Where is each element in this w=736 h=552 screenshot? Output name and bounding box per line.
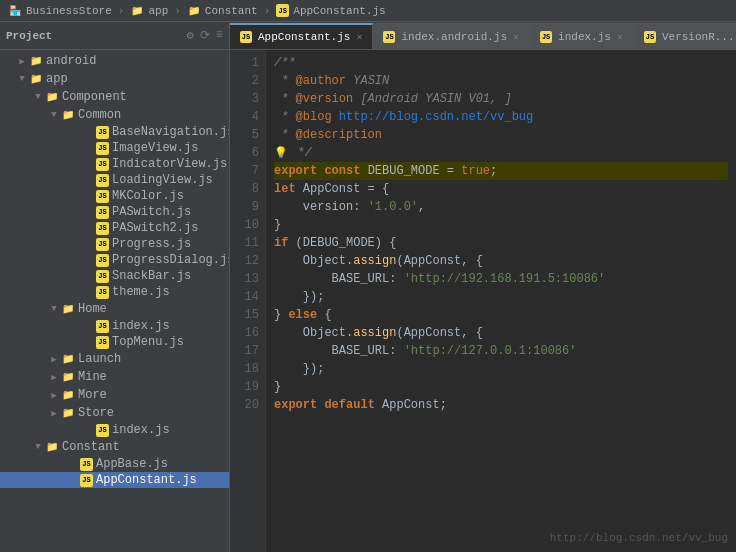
line-num-14: 14: [230, 288, 259, 306]
token-fn: assign: [353, 252, 396, 270]
line-num-1: 1: [230, 54, 259, 72]
token-kw: let: [274, 180, 296, 198]
line-num-16: 16: [230, 324, 259, 342]
js-icon-appconstant: JS: [80, 474, 93, 487]
tab-label-index: index.js: [558, 31, 611, 43]
sidebar-item-progressdialog[interactable]: JSProgressDialog.js: [0, 252, 229, 268]
tree-label-home: Home: [78, 302, 107, 316]
sidebar-item-component[interactable]: ▼📁Component: [0, 88, 229, 106]
constant-folder-icon: 📁: [187, 4, 201, 18]
tab-close-indexandroid[interactable]: ✕: [513, 31, 519, 43]
sidebar-item-more[interactable]: ▶📁More: [0, 386, 229, 404]
tab-indexandroid[interactable]: JS index.android.js ✕: [373, 23, 530, 49]
tab-js-icon-index: JS: [540, 31, 552, 43]
js-icon-indicatorview: JS: [96, 158, 109, 171]
tree-label-theme: theme.js: [112, 285, 170, 299]
js-icon-progressdialog: JS: [96, 254, 109, 267]
tab-appconstant[interactable]: JS AppConstant.js ✕: [230, 23, 373, 49]
sidebar-item-basenavigation[interactable]: JSBaseNavigation.js: [0, 124, 229, 140]
app-folder-icon: 📁: [130, 4, 144, 18]
token-comment: YASIN: [346, 72, 389, 90]
sidebar-item-app[interactable]: ▼📁app: [0, 70, 229, 88]
token-comment: *: [274, 126, 296, 144]
tree-label-topmenu: TopMenu.js: [112, 335, 184, 349]
sidebar-item-appbase[interactable]: JSAppBase.js: [0, 456, 229, 472]
tab-close-appconstant[interactable]: ✕: [356, 31, 362, 43]
line-num-13: 13: [230, 270, 259, 288]
sync-icon[interactable]: ⟳: [200, 28, 210, 43]
token-var: version:: [274, 198, 368, 216]
tree-label-launch: Launch: [78, 352, 121, 366]
sidebar-item-imageview[interactable]: JSImageView.js: [0, 140, 229, 156]
tab-versionr[interactable]: JS VersionR... ✕: [634, 23, 736, 49]
tree-label-store: Store: [78, 406, 114, 420]
tree-label-appconstant: AppConstant.js: [96, 473, 197, 487]
sidebar-item-theme[interactable]: JStheme.js: [0, 284, 229, 300]
sidebar-item-snackbar[interactable]: JSSnackBar.js: [0, 268, 229, 284]
folder-icon-common: 📁: [60, 107, 76, 123]
line-num-3: 3: [230, 90, 259, 108]
sidebar-item-mkcolor[interactable]: JSMKColor.js: [0, 188, 229, 204]
tree-label-loadingview: LoadingView.js: [112, 173, 213, 187]
token-comment: *: [274, 90, 296, 108]
code-line-9: version: '1.0.0',: [274, 198, 728, 216]
sidebar-item-appconstant[interactable]: JSAppConstant.js: [0, 472, 229, 488]
sidebar-item-mine[interactable]: ▶📁Mine: [0, 368, 229, 386]
token-kw: default: [324, 396, 374, 414]
tab-index[interactable]: JS index.js ✕: [530, 23, 634, 49]
sidebar-item-constant[interactable]: ▼📁Constant: [0, 438, 229, 456]
token-kw: else: [288, 306, 317, 324]
tree-label-paswitch: PASwitch.js: [112, 205, 191, 219]
sidebar-item-index-home[interactable]: JSindex.js: [0, 318, 229, 334]
tree-label-constant: Constant: [62, 440, 120, 454]
sidebar-item-launch[interactable]: ▶📁Launch: [0, 350, 229, 368]
sidebar-item-android[interactable]: ▶📁android: [0, 52, 229, 70]
tree-label-snackbar: SnackBar.js: [112, 269, 191, 283]
folder-arrow-common: ▼: [48, 109, 60, 121]
folder-arrow-launch: ▶: [48, 353, 60, 365]
sidebar-item-store[interactable]: ▶📁Store: [0, 404, 229, 422]
sidebar-item-loadingview[interactable]: JSLoadingView.js: [0, 172, 229, 188]
settings-icon[interactable]: ⚙: [187, 28, 194, 43]
sidebar-item-topmenu[interactable]: JSTopMenu.js: [0, 334, 229, 350]
token-at: @version: [296, 90, 354, 108]
sidebar-item-paswitch2[interactable]: JSPASwitch2.js: [0, 220, 229, 236]
tab-label-appconstant: AppConstant.js: [258, 31, 350, 43]
title-bar: 🏪 BusinessStore › 📁 app › 📁 Constant › J…: [0, 0, 736, 22]
breadcrumb-app: app: [148, 5, 168, 17]
token-kw: if: [274, 234, 288, 252]
tab-close-index[interactable]: ✕: [617, 31, 623, 43]
line-num-15: 15: [230, 306, 259, 324]
breadcrumb-businessstore: BusinessStore: [26, 5, 112, 17]
code-line-11: if (DEBUG_MODE) {: [274, 234, 728, 252]
line-num-9: 9: [230, 198, 259, 216]
code-line-3: * @version [Android YASIN V01, ]: [274, 90, 728, 108]
sidebar-item-home[interactable]: ▼📁Home: [0, 300, 229, 318]
folder-icon-store: 📁: [60, 405, 76, 421]
token-comment: *: [274, 108, 296, 126]
sidebar-item-common[interactable]: ▼📁Common: [0, 106, 229, 124]
code-line-14: });: [274, 288, 728, 306]
file-icon: JS: [276, 4, 289, 17]
collapse-icon[interactable]: ≡: [216, 28, 223, 43]
token-comment: [Android YASIN V01, ]: [353, 90, 511, 108]
token-fn: assign: [353, 324, 396, 342]
token-kw: export: [274, 396, 317, 414]
code-content[interactable]: /** * @author YASIN * @version [Android …: [266, 50, 736, 552]
code-line-15: } else {: [274, 306, 728, 324]
sidebar-header: Project ⚙ ⟳ ≡: [0, 22, 229, 50]
token-var: Object.: [274, 252, 353, 270]
js-icon-loadingview: JS: [96, 174, 109, 187]
sidebar-item-index-store[interactable]: JSindex.js: [0, 422, 229, 438]
token-str: 'http://127.0.0.1:10086': [404, 342, 577, 360]
tree-label-appbase: AppBase.js: [96, 457, 168, 471]
token-str: '1.0.0': [368, 198, 418, 216]
code-editor: 1234567891011121314151617181920 /** * @a…: [230, 50, 736, 552]
tree-label-common: Common: [78, 108, 121, 122]
code-line-2: * @author YASIN: [274, 72, 728, 90]
token-var: BASE_URL:: [274, 342, 404, 360]
breadcrumb-file: AppConstant.js: [293, 5, 385, 17]
sidebar-item-indicatorview[interactable]: JSIndicatorView.js: [0, 156, 229, 172]
sidebar-item-progress[interactable]: JSProgress.js: [0, 236, 229, 252]
sidebar-item-paswitch[interactable]: JSPASwitch.js: [0, 204, 229, 220]
